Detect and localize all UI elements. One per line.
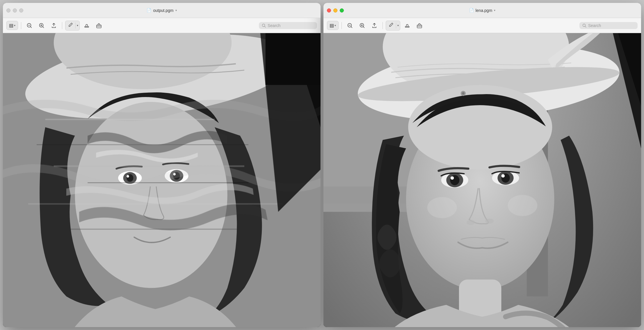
svg-line-11 bbox=[265, 26, 266, 27]
svg-rect-7 bbox=[85, 26, 89, 27]
stamp-icon-left bbox=[84, 23, 90, 28]
pen-button-right[interactable] bbox=[386, 21, 396, 30]
traffic-lights-left bbox=[6, 8, 23, 12]
svg-point-17 bbox=[75, 102, 227, 288]
svg-point-73 bbox=[462, 92, 465, 95]
svg-line-37 bbox=[351, 26, 352, 28]
svg-rect-28 bbox=[37, 144, 248, 145]
pen-chevron-left[interactable]: ▾ bbox=[76, 22, 79, 28]
svg-line-46 bbox=[585, 26, 586, 27]
share-button-left[interactable] bbox=[49, 21, 59, 30]
title-chevron-right[interactable]: ▾ bbox=[494, 9, 495, 12]
view-icon-right: ▤ bbox=[330, 23, 334, 28]
toolbox-button-left[interactable] bbox=[94, 21, 104, 30]
share-button-right[interactable] bbox=[369, 21, 380, 30]
svg-rect-43 bbox=[417, 25, 422, 28]
pen-group-right: ▾ bbox=[386, 21, 400, 31]
zoom-in-icon-right bbox=[359, 23, 365, 28]
search-icon-left bbox=[262, 24, 266, 28]
search-input-left[interactable] bbox=[268, 23, 311, 28]
svg-point-71 bbox=[508, 195, 537, 216]
svg-rect-8 bbox=[97, 25, 101, 28]
title-file-icon-right: 📄 bbox=[469, 8, 474, 12]
toolbox-icon-left bbox=[96, 23, 102, 28]
traffic-lights-right bbox=[327, 8, 344, 12]
search-input-right[interactable] bbox=[588, 23, 632, 28]
svg-point-63 bbox=[451, 176, 454, 180]
view-chevron-left: ▾ bbox=[14, 24, 15, 27]
view-button-right[interactable]: ▤ ▾ bbox=[327, 21, 339, 30]
title-text-right: lena.pgm bbox=[476, 8, 492, 13]
view-chevron-right: ▾ bbox=[335, 24, 336, 27]
toolbox-button-right[interactable] bbox=[414, 21, 425, 30]
title-chevron-left[interactable]: ▾ bbox=[175, 9, 177, 12]
distorted-lena-image bbox=[3, 33, 321, 327]
zoom-out-icon-right bbox=[347, 23, 353, 28]
svg-rect-42 bbox=[405, 26, 409, 27]
svg-rect-27 bbox=[45, 119, 215, 120]
toolbox-icon-right bbox=[417, 23, 422, 28]
zoom-in-button-right[interactable] bbox=[357, 21, 367, 30]
svg-rect-32 bbox=[66, 229, 257, 229]
separator-2-right bbox=[383, 22, 383, 29]
image-area-right bbox=[323, 33, 641, 327]
titlebar-right: 📄 lena.pgm ▾ bbox=[323, 3, 641, 18]
view-icon-left: ▤ bbox=[9, 23, 13, 28]
search-field-right[interactable] bbox=[579, 22, 638, 29]
svg-point-70 bbox=[427, 197, 457, 218]
search-field-left[interactable] bbox=[259, 22, 317, 29]
window-title-right: 📄 lena.pgm ▾ bbox=[469, 8, 496, 13]
svg-point-21 bbox=[127, 175, 129, 178]
svg-point-67 bbox=[501, 174, 505, 178]
view-button-left[interactable]: ▤ ▾ bbox=[6, 21, 18, 30]
image-area-left bbox=[3, 33, 321, 327]
separator-1-left bbox=[21, 22, 21, 29]
svg-line-41 bbox=[363, 26, 364, 28]
pen-group-left: ▾ bbox=[65, 21, 80, 31]
search-icon-right bbox=[582, 24, 586, 28]
pen-icon-left bbox=[68, 22, 73, 28]
minimize-button-right[interactable] bbox=[333, 8, 337, 12]
title-text-left: output.pgm bbox=[153, 8, 173, 13]
svg-rect-31 bbox=[28, 203, 282, 205]
svg-rect-29 bbox=[54, 165, 244, 167]
share-icon-right bbox=[371, 23, 377, 28]
zoom-in-icon-left bbox=[39, 23, 45, 28]
maximize-button-left[interactable] bbox=[19, 8, 23, 12]
zoom-in-button-left[interactable] bbox=[36, 21, 47, 30]
stamp-button-right[interactable] bbox=[402, 21, 412, 30]
zoom-out-button-left[interactable] bbox=[24, 21, 35, 30]
minimize-button-left[interactable] bbox=[13, 8, 17, 12]
close-button-right[interactable] bbox=[327, 8, 331, 12]
pen-button-left[interactable] bbox=[65, 21, 75, 30]
svg-rect-30 bbox=[88, 182, 248, 183]
titlebar-left: 📄 output.pgm ▾ bbox=[3, 3, 321, 18]
stamp-icon-right bbox=[404, 23, 410, 28]
zoom-out-icon-left bbox=[26, 23, 32, 28]
toolbar-left: ▤ ▾ bbox=[3, 18, 321, 33]
stamp-button-left[interactable] bbox=[81, 21, 92, 30]
window-right: 📄 lena.pgm ▾ ▤ ▾ bbox=[323, 3, 641, 327]
separator-2-left bbox=[62, 22, 62, 29]
share-icon-left bbox=[51, 23, 57, 28]
close-button-left[interactable] bbox=[6, 8, 10, 12]
svg-line-2 bbox=[31, 26, 32, 28]
svg-line-6 bbox=[43, 26, 44, 28]
separator-1-right bbox=[341, 22, 342, 29]
window-left: 📄 output.pgm ▾ ▤ ▾ bbox=[3, 3, 321, 327]
window-title-left: 📄 output.pgm ▾ bbox=[147, 8, 177, 13]
maximize-button-right[interactable] bbox=[340, 8, 344, 12]
pen-chevron-right[interactable]: ▾ bbox=[396, 22, 400, 28]
toolbar-right: ▤ ▾ bbox=[323, 18, 641, 33]
pen-icon-right bbox=[388, 22, 394, 28]
zoom-out-button-right[interactable] bbox=[345, 21, 355, 30]
title-file-icon-left: 📄 bbox=[147, 8, 151, 12]
svg-point-68 bbox=[467, 220, 475, 225]
normal-lena-image bbox=[323, 33, 641, 327]
svg-point-69 bbox=[485, 218, 494, 223]
